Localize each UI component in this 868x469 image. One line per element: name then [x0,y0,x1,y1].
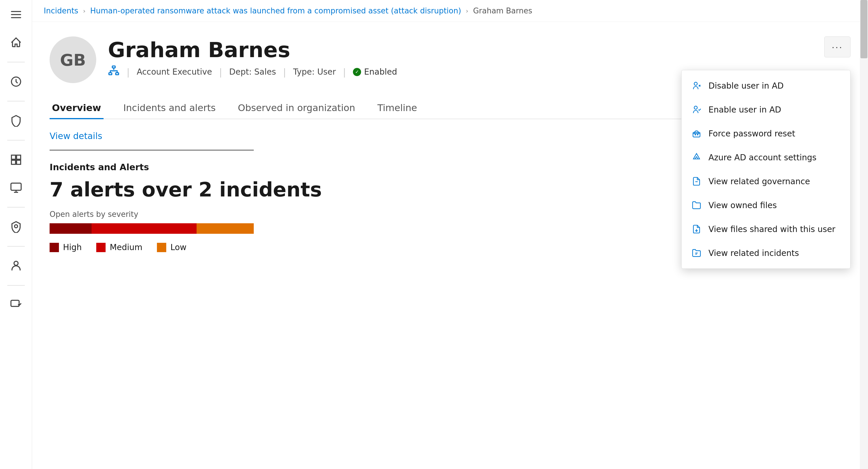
threat-intelligence-icon[interactable] [7,218,25,236]
section-divider [50,150,254,150]
svg-point-20 [695,134,696,135]
legend-high: High [50,242,82,252]
sidebar-divider-5 [7,246,25,246]
svg-rect-13 [109,73,112,75]
scrollbar[interactable] [860,0,868,469]
status-label: Enabled [364,67,397,77]
bar-high [50,223,92,234]
azure-ad-label: Azure AD account settings [709,153,816,162]
breadcrumb-sep-1: › [83,7,86,14]
disable-user-label: Disable user in AD [709,81,784,91]
svg-rect-4 [11,155,16,159]
sidebar-divider-6 [7,285,25,286]
legend-label-high: High [63,242,82,252]
status-dot [353,68,361,76]
azure-ad-icon [691,152,702,163]
svg-rect-14 [116,73,119,75]
force-password-label: Force password reset [709,129,795,138]
svg-point-10 [14,261,18,265]
legend-label-low: Low [170,242,186,252]
svg-rect-11 [11,300,19,306]
sidebar-divider-2 [7,101,25,101]
tab-overview[interactable]: Overview [50,98,103,119]
dropdown-menu: Disable user in AD Enable user in AD [681,70,850,269]
view-details-link[interactable]: View details [50,131,102,141]
profile-role: Account Executive [137,67,212,77]
meta-sep-2: | [219,66,222,77]
svg-rect-8 [11,183,21,190]
meta-sep-1: | [127,66,130,77]
svg-point-18 [694,106,698,109]
dropdown-related-incidents[interactable]: View related incidents [682,241,850,265]
shared-files-icon [691,224,702,235]
network-icon [108,65,120,79]
history-icon[interactable] [7,73,25,90]
svg-rect-19 [693,132,700,137]
home-icon[interactable] [7,34,25,51]
tab-incidents-alerts[interactable]: Incidents and alerts [121,98,218,119]
svg-rect-7 [16,160,21,164]
legend-label-medium: Medium [110,242,142,252]
status-badge: Enabled [353,67,397,77]
more-options-button[interactable]: ··· [824,36,850,58]
shield-icon[interactable] [7,112,25,129]
main-content: Incidents › Human-operated ransomware at… [32,0,868,469]
profile-name: Graham Barnes [108,39,397,60]
avatar: GB [50,36,96,83]
svg-rect-6 [11,160,16,164]
dropdown-disable-user[interactable]: Disable user in AD [682,74,850,98]
breadcrumb-incidents[interactable]: Incidents [44,6,78,15]
breadcrumb-current: Graham Barnes [473,6,532,15]
bar-low [196,223,254,234]
governance-icon [691,176,702,187]
svg-rect-12 [112,66,115,68]
breadcrumb-sep-2: › [466,7,468,14]
breadcrumb-incident-title[interactable]: Human-operated ransomware attack was lau… [90,6,461,15]
svg-rect-5 [16,155,21,159]
meta-sep-3: | [283,66,286,77]
tab-observed-organization[interactable]: Observed in organization [236,98,357,119]
svg-point-9 [14,225,18,228]
owned-files-icon [691,200,702,211]
legend-dot-medium [96,243,105,252]
enable-user-label: Enable user in AD [709,105,781,114]
sidebar-divider-3 [7,140,25,140]
legend-dot-high [50,243,59,252]
related-incidents-label: View related incidents [709,248,799,258]
monitor-icon[interactable] [7,179,25,197]
password-reset-icon [691,128,702,139]
disable-user-icon [691,80,702,91]
svg-point-15 [694,82,698,86]
shared-files-label: View files shared with this user [709,225,835,234]
bar-medium [92,223,196,234]
dropdown-azure-ad[interactable]: Azure AD account settings [682,145,850,169]
dropdown-owned-files[interactable]: View owned files [682,193,850,217]
meta-sep-4: | [343,66,346,77]
security-icon[interactable] [7,296,25,314]
related-incidents-icon [691,247,702,259]
sidebar [0,0,32,469]
profile-type: Type: User [293,67,336,77]
legend-medium: Medium [96,242,142,252]
legend-dot-low [157,243,166,252]
legend-low: Low [157,242,186,252]
dropdown-shared-files[interactable]: View files shared with this user [682,217,850,241]
dropdown-enable-user[interactable]: Enable user in AD [682,98,850,122]
breadcrumb: Incidents › Human-operated ransomware at… [32,0,868,22]
svg-point-21 [698,134,698,135]
hamburger-icon[interactable] [7,6,25,23]
severity-bar [50,223,254,234]
sidebar-divider-4 [7,207,25,207]
profile-info: Graham Barnes | Account Exec [108,36,397,79]
profile-dept: Dept: Sales [229,67,276,77]
enable-user-icon [691,104,702,115]
scrollbar-thumb[interactable] [860,0,867,58]
owned-files-label: View owned files [709,201,777,210]
dropdown-force-password[interactable]: Force password reset [682,122,850,145]
incidents-icon[interactable] [7,151,25,168]
dropdown-governance[interactable]: View related governance [682,169,850,193]
tab-timeline[interactable]: Timeline [375,98,420,119]
governance-label: View related governance [709,177,810,186]
user-icon[interactable] [7,257,25,275]
app-layout: Incidents › Human-operated ransomware at… [0,0,868,469]
